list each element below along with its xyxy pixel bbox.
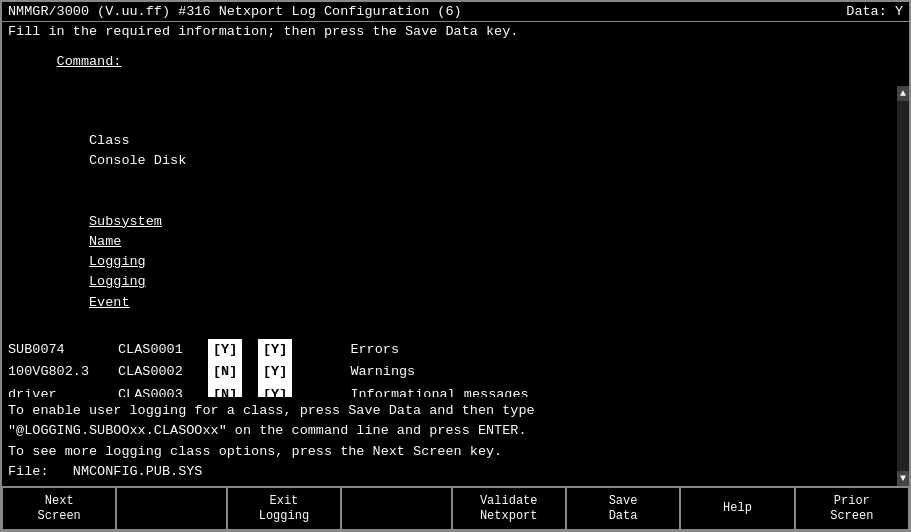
- scroll-down-arrow[interactable]: ▼: [900, 471, 906, 486]
- table-row: 100VG802.3CLAS0002[N][Y] Warnings: [8, 361, 891, 383]
- fn-key-f5[interactable]: Validate Netxport: [452, 487, 566, 530]
- cell-disk[interactable]: [Y]: [258, 361, 318, 383]
- cell-event: Errors: [318, 340, 399, 360]
- subsystem-header: Subsystem: [89, 212, 199, 232]
- scrollbar[interactable]: ▲ ▼: [897, 86, 909, 486]
- title-right: Data: Y: [846, 4, 903, 19]
- cell-subsystem: driver: [8, 385, 118, 398]
- cell-console[interactable]: [N]: [208, 361, 258, 383]
- terminal-window: NMMGR/3000 (V.uu.ff) #316 Netxport Log C…: [0, 0, 911, 532]
- instruction-line: Fill in the required information; then p…: [8, 24, 903, 39]
- cell-console[interactable]: [N]: [208, 384, 258, 398]
- command-label: Command:: [57, 54, 122, 69]
- scroll-track[interactable]: [897, 101, 909, 471]
- table-section-1: SUB0074CLAS0001[Y][Y] Errors100VG802.3CL…: [8, 339, 891, 397]
- cell-event: Informational messages: [318, 385, 529, 398]
- fn-key-empty-f2: [116, 487, 226, 530]
- content-area: Class Console Disk Subsystem Name Loggin…: [2, 86, 897, 486]
- cell-console[interactable]: [Y]: [208, 339, 258, 361]
- cell-subsystem: SUB0074: [8, 340, 118, 360]
- title-bar: NMMGR/3000 (V.uu.ff) #316 Netxport Log C…: [2, 2, 909, 22]
- table-row: SUB0074CLAS0001[Y][Y] Errors: [8, 339, 891, 361]
- cell-disk[interactable]: [Y]: [258, 384, 318, 398]
- event-header: Event: [89, 293, 130, 313]
- table-area: Class Console Disk Subsystem Name Loggin…: [2, 86, 897, 397]
- command-line: Command:: [8, 39, 903, 84]
- column-header-row1: Class Console Disk: [8, 90, 891, 191]
- bottom-message: To enable user logging for a class, pres…: [2, 397, 897, 486]
- class-header: Name: [89, 232, 179, 252]
- header-area: Fill in the required information; then p…: [2, 22, 909, 86]
- fn-key-f6[interactable]: Save Data: [566, 487, 680, 530]
- table-row: driverCLAS0003[N][Y] Informational messa…: [8, 384, 891, 398]
- fn-key-f8[interactable]: Prior Screen: [795, 487, 909, 530]
- disk-header: Logging: [89, 272, 149, 292]
- spacer-col: [89, 110, 199, 130]
- fn-key-empty-f4: [341, 487, 451, 530]
- cell-event: Warnings: [318, 362, 415, 382]
- fn-key-f7[interactable]: Help: [680, 487, 794, 530]
- fn-key-f3[interactable]: Exit Logging: [227, 487, 341, 530]
- class-label: Class: [89, 131, 179, 151]
- cell-class: CLAS0001: [118, 340, 208, 360]
- console-header: Logging: [89, 252, 139, 272]
- cell-disk[interactable]: [Y]: [258, 339, 318, 361]
- cell-class: CLAS0003: [118, 385, 208, 398]
- title-left: NMMGR/3000 (V.uu.ff) #316 Netxport Log C…: [8, 4, 462, 19]
- cell-subsystem: 100VG802.3: [8, 362, 118, 382]
- console-disk-label: Console Disk: [89, 151, 199, 171]
- column-header-row2: Subsystem Name Logging Logging Event: [8, 191, 891, 333]
- fn-key-f1[interactable]: Next Screen: [2, 487, 116, 530]
- content-with-scroll: Class Console Disk Subsystem Name Loggin…: [2, 86, 909, 486]
- scroll-up-arrow[interactable]: ▲: [900, 86, 906, 101]
- cell-class: CLAS0002: [118, 362, 208, 382]
- function-bar: Next ScreenExit LoggingValidate Netxport…: [2, 486, 909, 530]
